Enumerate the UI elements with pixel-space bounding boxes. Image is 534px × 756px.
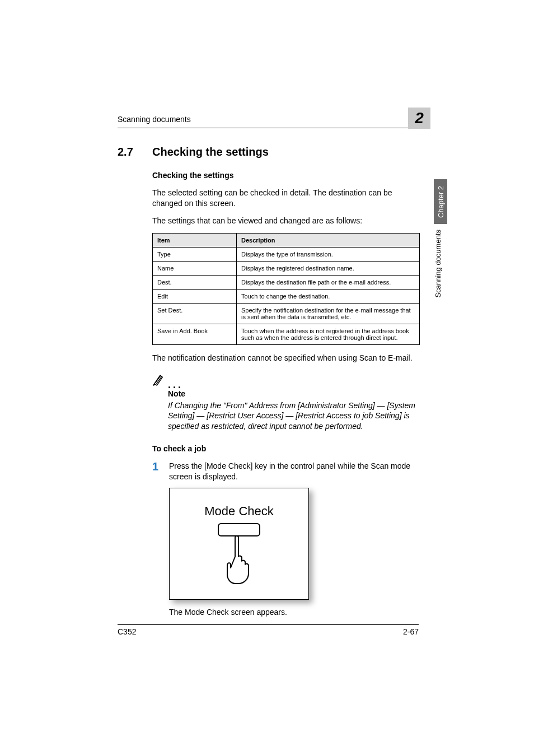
running-head-rule xyxy=(118,128,419,128)
page-footer: C352 2-67 xyxy=(118,624,419,636)
table-cell-description: Displays the type of transmission. xyxy=(237,247,420,261)
note-label: Note xyxy=(168,389,419,398)
table-header-description: Description xyxy=(237,233,420,247)
step-number: 1 xyxy=(152,461,169,482)
note-icon xyxy=(152,374,165,388)
step-result: The Mode Check screen appears. xyxy=(169,608,419,617)
table-row: Set Dest. Specify the notification desti… xyxy=(153,303,420,324)
table-cell-description: Displays the destination file path or th… xyxy=(237,275,420,289)
note-body: If Changing the "From" Address from [Adm… xyxy=(168,400,419,432)
side-running-text: Scanning documents xyxy=(434,230,442,297)
table-cell-description: Touch to change the destination. xyxy=(237,289,420,303)
side-tab-label: Chapter 2 xyxy=(437,185,445,217)
table-cell-item: Set Dest. xyxy=(153,303,237,324)
note-dots-icon: ... xyxy=(168,381,183,388)
section-subtitle: Checking the settings xyxy=(152,171,419,180)
chapter-number-box: 2 xyxy=(408,108,430,129)
note-icon-row: ... xyxy=(152,374,419,388)
table-row: Edit Touch to change the destination. xyxy=(153,289,420,303)
table-cell-item: Dest. xyxy=(153,275,237,289)
table-header-item: Item xyxy=(153,233,237,247)
table-row: Type Displays the type of transmission. xyxy=(153,247,420,261)
page: Scanning documents 2 Chapter 2 Scanning … xyxy=(0,0,534,756)
footer-page-number: 2-67 xyxy=(403,627,419,636)
chapter-number: 2 xyxy=(415,109,424,127)
illustration-box: Mode Check xyxy=(169,488,309,600)
section-paragraph-1: The selected setting can be checked in d… xyxy=(152,188,419,209)
table-cell-item: Name xyxy=(153,261,237,275)
table-row: Dest. Displays the destination file path… xyxy=(153,275,420,289)
side-running-label: Scanning documents xyxy=(434,230,447,301)
table-cell-description: Specify the notification destination for… xyxy=(237,303,420,324)
table-header-row: Item Description xyxy=(153,233,420,247)
running-head-text: Scanning documents xyxy=(118,115,191,124)
table-row: Name Displays the registered destination… xyxy=(153,261,420,275)
procedure-heading: To check a job xyxy=(152,444,419,453)
footer-model: C352 xyxy=(118,627,136,636)
table-cell-description: Touch when the address is not registered… xyxy=(237,324,420,344)
section-heading-row: 2.7 Checking the settings xyxy=(118,146,419,158)
table-row: Save in Add. Book Touch when the address… xyxy=(153,324,420,344)
section-paragraph-2: The settings that can be viewed and chan… xyxy=(152,216,419,226)
step-row: 1 Press the [Mode Check] key in the cont… xyxy=(152,461,419,482)
table-cell-item: Type xyxy=(153,247,237,261)
illustration: Mode Check xyxy=(169,488,419,600)
table-cell-description: Displays the registered destination name… xyxy=(237,261,420,275)
section-number: 2.7 xyxy=(118,146,152,158)
footer-rule xyxy=(118,624,419,625)
running-head: Scanning documents xyxy=(118,114,419,128)
settings-table: Item Description Type Displays the type … xyxy=(152,233,420,345)
section-body: 2.7 Checking the settings Checking the s… xyxy=(118,146,419,617)
table-cell-item: Edit xyxy=(153,289,237,303)
hand-press-icon xyxy=(219,534,259,587)
side-tab-chapter: Chapter 2 xyxy=(434,179,447,224)
illustration-label: Mode Check xyxy=(204,504,274,519)
step-text: Press the [Mode Check] key in the contro… xyxy=(169,461,419,482)
table-cell-item: Save in Add. Book xyxy=(153,324,237,344)
after-table-paragraph: The notification destination cannot be s… xyxy=(152,353,419,363)
section-title: Checking the settings xyxy=(152,146,269,158)
footer-row: C352 2-67 xyxy=(118,627,419,636)
